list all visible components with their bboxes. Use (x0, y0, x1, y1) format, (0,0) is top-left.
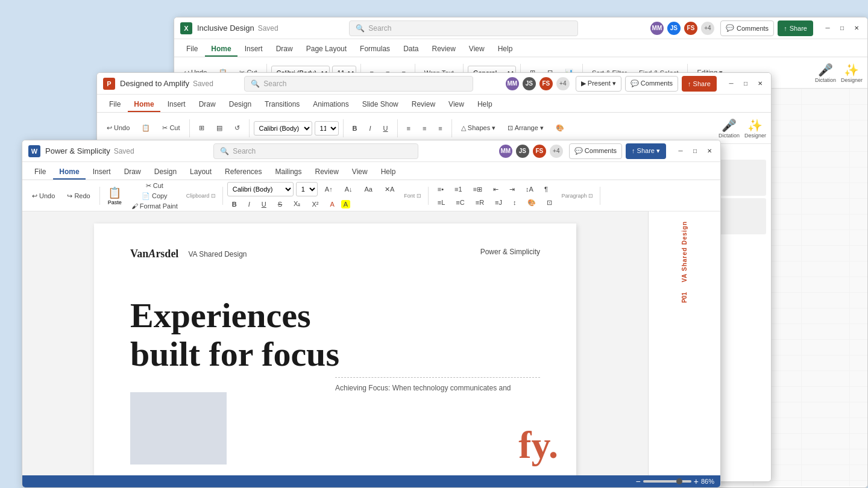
word-shading-button[interactable]: 🎨 (523, 197, 541, 208)
word-tab-file[interactable]: File (28, 165, 52, 180)
word-fontcolor-button[interactable]: A (325, 199, 339, 210)
word-change-case-button[interactable]: Aa (359, 184, 377, 195)
ppt-tab-help[interactable]: Help (471, 98, 498, 112)
word-justify-button[interactable]: ≡J (490, 197, 507, 208)
ppt-align-left-button[interactable]: ≡ (402, 123, 415, 134)
word-close-button[interactable]: ✕ (705, 146, 714, 156)
ppt-tab-insert[interactable]: Insert (162, 98, 192, 112)
ppt-bold-button[interactable]: B (348, 123, 362, 134)
word-minimize-button[interactable]: ─ (676, 146, 685, 156)
word-strikethrough-button[interactable]: S (273, 199, 287, 210)
word-undo-button[interactable]: ↩ Undo (27, 190, 60, 202)
word-tab-mailings[interactable]: Mailings (269, 165, 307, 180)
ppt-shapes-button[interactable]: △ Shapes ▾ (456, 122, 500, 134)
word-font-select[interactable]: Calibri (Body) (227, 182, 294, 196)
word-zoom-slider[interactable] (643, 480, 691, 483)
ppt-tab-file[interactable]: File (103, 98, 127, 112)
ppt-comments-button[interactable]: 💬 Comments (625, 76, 678, 92)
word-grow-font-button[interactable]: A↑ (320, 184, 338, 195)
ppt-arrange-button[interactable]: ⊡ Arrange ▾ (503, 122, 549, 134)
word-comments-button[interactable]: 💬 Comments (569, 143, 622, 159)
excel-tab-home[interactable]: Home (205, 42, 237, 57)
word-tab-review[interactable]: Review (309, 165, 345, 180)
excel-tab-help[interactable]: Help (492, 42, 519, 57)
word-redo-button[interactable]: ↪ Redo (62, 190, 95, 202)
excel-tab-formulas[interactable]: Formulas (354, 42, 396, 57)
word-tab-draw[interactable]: Draw (118, 165, 147, 180)
ppt-dictation-button[interactable]: 🎤 Dictation (719, 118, 740, 139)
word-copy-button[interactable]: 📄 Copy (129, 192, 180, 201)
word-sort-button[interactable]: ↕A (521, 184, 538, 195)
ppt-maximize-button[interactable]: □ (741, 79, 750, 89)
ppt-reset-button[interactable]: ↺ (230, 122, 245, 134)
excel-tab-data[interactable]: Data (397, 42, 424, 57)
excel-close-button[interactable]: ✕ (852, 23, 861, 33)
ppt-present-button[interactable]: ▶ Present ▾ (576, 76, 621, 92)
ppt-underline-button[interactable]: U (379, 123, 393, 134)
ppt-search-bar[interactable]: 🔍 Search (244, 76, 473, 92)
excel-tab-view[interactable]: View (463, 42, 491, 57)
word-bullets-button[interactable]: ≡• (433, 184, 448, 195)
ppt-close-button[interactable]: ✕ (755, 79, 765, 89)
word-decrease-indent[interactable]: ⇤ (488, 184, 503, 195)
excel-maximize-button[interactable]: □ (837, 23, 847, 33)
word-tab-help[interactable]: Help (375, 165, 402, 180)
word-superscript-button[interactable]: X² (307, 199, 323, 210)
word-increase-indent[interactable]: ⇥ (505, 184, 520, 195)
word-align-right-button[interactable]: ≡R (471, 197, 489, 208)
word-clear-format-button[interactable]: ✕A (380, 184, 399, 195)
excel-tab-pagelayout[interactable]: Page Layout (300, 42, 353, 57)
excel-tab-review[interactable]: Review (426, 42, 461, 57)
ppt-fontsize-select[interactable]: 11 (315, 121, 339, 136)
excel-search-bar[interactable]: 🔍 Search (349, 20, 578, 36)
word-tab-references[interactable]: References (219, 165, 268, 180)
ppt-tab-animations[interactable]: Animations (307, 98, 354, 112)
ppt-align-center-button[interactable]: ≡ (418, 123, 431, 134)
word-tab-layout[interactable]: Layout (184, 165, 218, 180)
excel-tab-file[interactable]: File (180, 42, 204, 57)
excel-designer-button[interactable]: ✨ Designer (841, 63, 863, 83)
word-zoom-in-button[interactable]: + (694, 477, 699, 486)
ppt-font-select[interactable]: Calibri (Body) (254, 121, 312, 136)
word-highlight-button[interactable]: A (341, 200, 350, 208)
word-align-center-button[interactable]: ≡C (451, 197, 469, 208)
word-zoom-control[interactable]: − + 86% (636, 477, 714, 486)
word-show-marks-button[interactable]: ¶ (539, 184, 553, 195)
ppt-minimize-button[interactable]: ─ (726, 79, 736, 89)
word-fontsize-select[interactable]: 11 (296, 182, 318, 196)
word-zoom-out-button[interactable]: − (636, 477, 641, 486)
ppt-newslide-button[interactable]: ⊞ (194, 122, 209, 134)
ppt-designer-button[interactable]: ✨ Designer (744, 118, 766, 139)
word-share-button[interactable]: ↑ Share ▾ (626, 143, 666, 159)
ppt-tab-design[interactable]: Design (223, 98, 257, 112)
word-search-bar[interactable]: 🔍 Search (213, 143, 418, 159)
word-italic-button[interactable]: I (244, 199, 255, 210)
ppt-quickstyles-button[interactable]: 🎨 (551, 122, 569, 134)
ppt-tab-slideshow[interactable]: Slide Show (356, 98, 404, 112)
word-tab-design[interactable]: Design (148, 165, 183, 180)
word-tab-view[interactable]: View (346, 165, 374, 180)
word-line-spacing-button[interactable]: ↕ (508, 197, 521, 208)
excel-tab-draw[interactable]: Draw (270, 42, 299, 57)
ppt-undo-button[interactable]: ↩ Undo (102, 122, 134, 134)
ppt-tab-draw[interactable]: Draw (193, 98, 222, 112)
ppt-tab-review[interactable]: Review (406, 98, 441, 112)
word-shrink-font-button[interactable]: A↓ (340, 184, 357, 195)
ppt-tab-transitions[interactable]: Transitions (259, 98, 306, 112)
excel-share-button[interactable]: ↑Share (778, 20, 813, 36)
excel-dictation-button[interactable]: 🎤 Dictation (815, 63, 836, 83)
word-maximize-button[interactable]: □ (690, 146, 700, 156)
word-bold-button[interactable]: B (227, 199, 242, 210)
word-formatpaint-button[interactable]: 🖌 Format Paint (129, 202, 180, 210)
word-multilevel-button[interactable]: ≡⊞ (468, 184, 487, 195)
word-subscript-button[interactable]: X₂ (289, 198, 305, 210)
excel-comments-button[interactable]: 💬Comments (720, 20, 774, 36)
ppt-italic-button[interactable]: I (365, 123, 376, 134)
word-align-left-button[interactable]: ≡L (433, 197, 450, 208)
ppt-layout-button[interactable]: ▤ (212, 122, 227, 134)
ppt-tab-home[interactable]: Home (128, 98, 160, 112)
word-borders-button[interactable]: ⊡ (542, 197, 557, 208)
ppt-cut-button[interactable]: ✂ Cut (157, 122, 184, 134)
word-tab-home[interactable]: Home (53, 165, 85, 180)
excel-tab-insert[interactable]: Insert (239, 42, 269, 57)
